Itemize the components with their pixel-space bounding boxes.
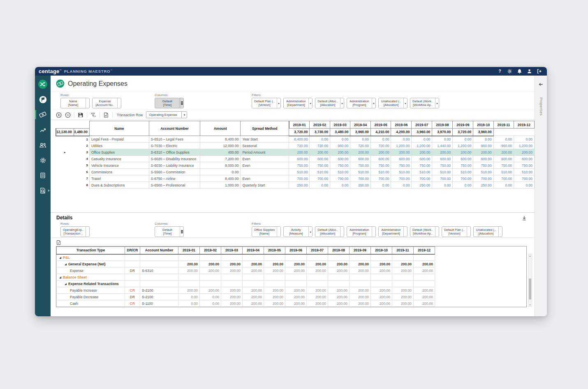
- cell-month-value[interactable]: 720.00: [310, 143, 330, 149]
- cell-account[interactable]: [140, 274, 178, 281]
- cell-month-value[interactable]: 200.00: [371, 261, 392, 267]
- chevron-down-icon[interactable]: [181, 112, 187, 118]
- cell-month-value[interactable]: [392, 281, 414, 287]
- cell-month-value[interactable]: [221, 281, 243, 287]
- cell-month-value[interactable]: 0.00: [453, 182, 473, 189]
- chevron-down-icon[interactable]: [340, 98, 344, 108]
- grip-strip[interactable]: [277, 227, 280, 237]
- cell-drcr[interactable]: [125, 254, 140, 261]
- details-filter-button-7[interactable]: Unallocated (..[Allocation]: [473, 226, 502, 237]
- sidebar-item-workforce[interactable]: [35, 140, 51, 150]
- cell-transaction-type[interactable]: General Expense (Net): [57, 261, 125, 267]
- cell-month-value[interactable]: [264, 274, 285, 281]
- cell-month-value[interactable]: 720.00: [289, 143, 310, 149]
- cell-month-value[interactable]: 200.00: [371, 300, 392, 307]
- cell-month-value[interactable]: 1,200.00: [514, 143, 534, 149]
- cell-month-value[interactable]: 8,400.00: [289, 136, 310, 143]
- cell-month-value[interactable]: [350, 274, 371, 281]
- table-row[interactable]: Expense Related Transactions: [57, 281, 435, 287]
- cell-account[interactable]: S-6510 – Legal Fees: [149, 136, 200, 143]
- cell-month-value[interactable]: [307, 254, 328, 261]
- cell-month-value[interactable]: 200.00: [391, 149, 412, 156]
- cell-month-value[interactable]: [243, 254, 264, 261]
- cell-month-value[interactable]: 750.00: [453, 162, 473, 169]
- cell-month-value[interactable]: 1,200.00: [391, 143, 412, 149]
- cell-month-value[interactable]: 510.00: [432, 169, 453, 175]
- filter-button-3[interactable]: Administration[Program]: [347, 98, 376, 108]
- clear-filter-icon[interactable]: [90, 112, 96, 118]
- cell-month-value[interactable]: 750.00: [493, 162, 514, 169]
- cell-month-value[interactable]: 700.00: [493, 175, 514, 182]
- new-sheet-icon[interactable]: [103, 112, 109, 118]
- download-icon[interactable]: [521, 215, 527, 221]
- cell-name[interactable]: Dues & Subscriptions: [89, 182, 149, 189]
- cell-transaction-type[interactable]: Cash: [57, 300, 125, 307]
- expand-caret-icon[interactable]: [65, 283, 67, 285]
- arrow-left-icon[interactable]: [538, 81, 544, 87]
- cell-month-value[interactable]: 600.00: [514, 156, 534, 162]
- cell-name[interactable]: Office Supplies: [89, 149, 149, 156]
- table-row[interactable]: 7TravelS-6750 – Airline8,400.00Even700.0…: [56, 175, 535, 182]
- cell-month-value[interactable]: 750.00: [412, 162, 432, 169]
- cell-transaction-type[interactable]: Expense Related Transactions: [57, 281, 125, 287]
- cell-month-value[interactable]: 200.00: [264, 294, 285, 300]
- cell-month-value[interactable]: 510.00: [412, 169, 432, 175]
- cell-account[interactable]: S-1100: [140, 300, 178, 307]
- cell-account[interactable]: [140, 254, 178, 261]
- cell-month-value[interactable]: [414, 281, 435, 287]
- cell-month-value[interactable]: 750.00: [310, 162, 330, 169]
- cell-name[interactable]: Casualty Insurance: [89, 156, 149, 162]
- cell-month-value[interactable]: [371, 281, 392, 287]
- row-dimension-button-0[interactable]: Name[Name]: [60, 98, 90, 108]
- cell-month-value[interactable]: [414, 274, 435, 281]
- scroll-down-icon[interactable]: ▼: [529, 303, 531, 306]
- cell-month-value[interactable]: 750.00: [432, 162, 453, 169]
- cell-month-value[interactable]: [307, 274, 328, 281]
- cell-month-value[interactable]: [414, 254, 435, 261]
- cell-month-value[interactable]: 200.00: [414, 300, 435, 307]
- cell-month-value[interactable]: [200, 281, 221, 287]
- cell-month-value[interactable]: 0.00: [178, 294, 200, 300]
- cell-month-value[interactable]: [392, 274, 414, 281]
- cell-month-value[interactable]: 600.00: [330, 156, 350, 162]
- cell-month-value[interactable]: 700.00: [432, 175, 453, 182]
- grip-strip[interactable]: [403, 227, 407, 237]
- cell-month-value[interactable]: 200.00: [473, 149, 494, 156]
- cell-month-value[interactable]: 700.00: [310, 175, 330, 182]
- cell-month-value[interactable]: [328, 281, 350, 287]
- cell-month-value[interactable]: 200.00: [221, 267, 243, 274]
- cell-month-value[interactable]: 510.00: [493, 169, 514, 175]
- cell-name[interactable]: Commissions: [89, 169, 149, 175]
- cell-month-value[interactable]: 0.00: [432, 136, 453, 143]
- sidebar-item-centage-logo[interactable]: [35, 79, 51, 90]
- cell-month-value[interactable]: 200.00: [307, 287, 328, 294]
- cell-month-value[interactable]: [243, 281, 264, 287]
- cell-month-value[interactable]: 0.00: [370, 182, 391, 189]
- cell-month-value[interactable]: 700.00: [473, 175, 494, 182]
- cell-name[interactable]: Legal Fees - Prepaid: [89, 136, 149, 143]
- cell-month-value[interactable]: 510.00: [350, 169, 371, 175]
- cell-month-value[interactable]: 200.00: [330, 149, 350, 156]
- table-row[interactable]: General Expense (Net)200.00200.00200.002…: [57, 261, 435, 267]
- cell-month-value[interactable]: 200.00: [307, 294, 328, 300]
- cell-month-value[interactable]: 200.00: [350, 267, 371, 274]
- cell-month-value[interactable]: 200.00: [178, 287, 200, 294]
- cell-month-value[interactable]: 1,200.00: [453, 143, 473, 149]
- cell-month-value[interactable]: 200.00: [453, 149, 473, 156]
- cell-account[interactable]: S-6310: [140, 267, 178, 274]
- cell-month-value[interactable]: [285, 254, 307, 261]
- cell-month-value[interactable]: [178, 274, 200, 281]
- cell-month-value[interactable]: 200.00: [285, 267, 307, 274]
- cell-month-value[interactable]: 200.00: [392, 267, 414, 274]
- grip-strip[interactable]: [86, 227, 89, 237]
- cell-month-value[interactable]: 0.00: [514, 182, 534, 189]
- logout-icon[interactable]: [537, 69, 542, 74]
- cell-month-value[interactable]: [264, 281, 285, 287]
- add-circle-icon[interactable]: [56, 112, 62, 118]
- chevron-down-icon[interactable]: [435, 98, 439, 108]
- cell-month-value[interactable]: 510.00: [330, 169, 350, 175]
- cell-month-value[interactable]: 750.00: [514, 162, 534, 169]
- cell-month-value[interactable]: 200.00: [178, 261, 200, 267]
- remove-circle-icon[interactable]: [65, 112, 71, 118]
- cell-month-value[interactable]: [371, 274, 392, 281]
